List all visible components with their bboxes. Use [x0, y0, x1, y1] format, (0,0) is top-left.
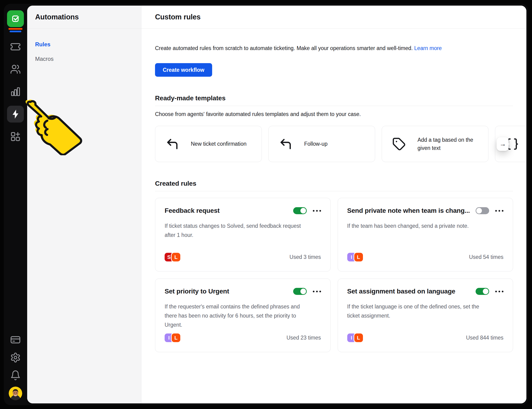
templates-scroll-next-button[interactable]: →	[497, 137, 509, 151]
sidebar-item-macros[interactable]: Macros	[35, 56, 133, 62]
rule-badges: I L	[165, 334, 180, 342]
corner-up-left-arrow-icon	[279, 137, 293, 151]
contacts-icon	[10, 64, 21, 75]
ticket-icon	[10, 41, 21, 52]
templates-row: New ticket confirmation Follow-up A	[155, 126, 526, 162]
app-logo[interactable]	[7, 10, 24, 32]
sidebar-item-rules[interactable]: Rules	[35, 41, 133, 48]
status-badge: L	[172, 334, 180, 342]
rule-badges: S L	[165, 253, 180, 262]
rule-toggle[interactable]	[475, 288, 489, 295]
user-avatar-image	[9, 387, 22, 400]
created-rules-heading: Created rules	[155, 180, 513, 187]
template-card-label: Add a tag based on the given text	[418, 136, 478, 152]
templates-heading: Ready-made templates	[155, 94, 513, 102]
main-header: Custom rules	[142, 6, 526, 28]
template-card-add-tag[interactable]: Add a tag based on the given text	[382, 126, 488, 162]
status-badge: L	[172, 253, 180, 262]
rule-toggle[interactable]	[293, 207, 307, 214]
arrow-right-icon: →	[499, 140, 506, 148]
rule-card-send-private-note: Send private note when team is chang... …	[338, 198, 513, 272]
more-options-icon[interactable]	[495, 289, 504, 294]
status-badge: L	[354, 334, 363, 342]
rail-nav	[7, 38, 24, 145]
logo-stripe-blue	[10, 31, 21, 32]
rule-card-set-assignment-language: Set assignment based on language If the …	[338, 279, 513, 352]
rule-title: Set priority to Urgent	[165, 288, 287, 295]
rule-title: Send private note when team is chang...	[347, 207, 470, 214]
rule-title: Set assignment based on language	[347, 288, 470, 295]
rail-item-notifications[interactable]	[7, 369, 24, 382]
app-rail	[4, 4, 27, 405]
learn-more-link[interactable]: Learn more	[414, 45, 442, 51]
rule-description: If the requester's email contains the de…	[165, 302, 310, 329]
rule-badges: I L	[347, 334, 363, 342]
rail-item-billing[interactable]	[7, 333, 24, 346]
apps-grid-icon	[10, 131, 21, 142]
main-content: Create automated rules from scratch to a…	[142, 28, 526, 403]
corner-up-left-arrow-icon	[166, 137, 179, 151]
rule-badges: I L	[347, 253, 363, 262]
sidebar-header: Automations	[27, 6, 141, 28]
created-rules-grid: Feedback request If ticket status change…	[155, 198, 513, 352]
billing-card-icon	[10, 334, 21, 345]
settings-gear-icon	[10, 352, 21, 363]
rule-title: Feedback request	[165, 207, 287, 214]
logo-stripe-orange	[9, 28, 22, 30]
templates-description: Choose from agents' favorite automated r…	[155, 111, 513, 117]
lightning-icon	[10, 109, 21, 119]
sidebar-title: Automations	[35, 13, 79, 21]
rule-description: If the ticket language is one of the def…	[347, 302, 493, 320]
app-window: Automations Rules Macros Custom rules Cr…	[4, 4, 528, 405]
rail-item-settings[interactable]	[7, 351, 24, 364]
rail-item-tickets[interactable]	[7, 38, 24, 55]
page-title: Custom rules	[155, 13, 201, 21]
create-workflow-button[interactable]: Create workflow	[155, 63, 212, 77]
more-options-icon[interactable]	[313, 289, 321, 294]
tag-icon	[392, 137, 406, 151]
user-avatar[interactable]	[9, 387, 22, 400]
usage-count: Used 844 times	[466, 335, 504, 341]
rule-toggle[interactable]	[475, 207, 489, 214]
rail-item-reports[interactable]	[7, 83, 24, 100]
more-options-icon[interactable]	[313, 209, 321, 213]
rule-card-feedback-request: Feedback request If ticket status change…	[155, 198, 331, 272]
notifications-bell-icon	[10, 370, 21, 381]
rule-card-set-priority-urgent: Set priority to Urgent If the requester'…	[155, 279, 331, 352]
usage-count: Used 23 times	[286, 335, 321, 341]
template-card-label: Follow-up	[304, 140, 328, 148]
templates-divider	[155, 106, 513, 106]
template-card-new-ticket-confirmation[interactable]: New ticket confirmation	[155, 126, 262, 162]
reports-icon	[10, 86, 21, 97]
rail-item-contacts[interactable]	[7, 61, 24, 78]
rail-item-automations[interactable]	[7, 106, 24, 123]
content-panel: Automations Rules Macros Custom rules Cr…	[27, 6, 526, 403]
usage-count: Used 54 times	[469, 254, 504, 260]
rail-bottom	[7, 333, 24, 400]
main-pane: Custom rules Create automated rules from…	[142, 6, 526, 403]
rule-description: If the team has been changed, send a pri…	[347, 221, 493, 231]
usage-count: Used 3 times	[289, 254, 321, 260]
status-badge: L	[354, 253, 363, 262]
automations-sidebar: Automations Rules Macros	[27, 6, 142, 403]
template-card-follow-up[interactable]: Follow-up	[268, 126, 375, 162]
sidebar-nav: Rules Macros	[27, 28, 141, 75]
created-rules-divider	[155, 191, 513, 191]
rule-toggle[interactable]	[293, 288, 307, 295]
intro-text: Create automated rules from scratch to a…	[155, 44, 513, 52]
rule-description: If ticket status changes to Solved, send…	[165, 221, 310, 240]
intro-copy: Create automated rules from scratch to a…	[155, 45, 413, 51]
more-options-icon[interactable]	[495, 209, 504, 213]
rail-item-apps[interactable]	[7, 128, 24, 145]
checkmark-logo-icon	[10, 13, 21, 24]
template-card-label: New ticket confirmation	[191, 140, 247, 148]
